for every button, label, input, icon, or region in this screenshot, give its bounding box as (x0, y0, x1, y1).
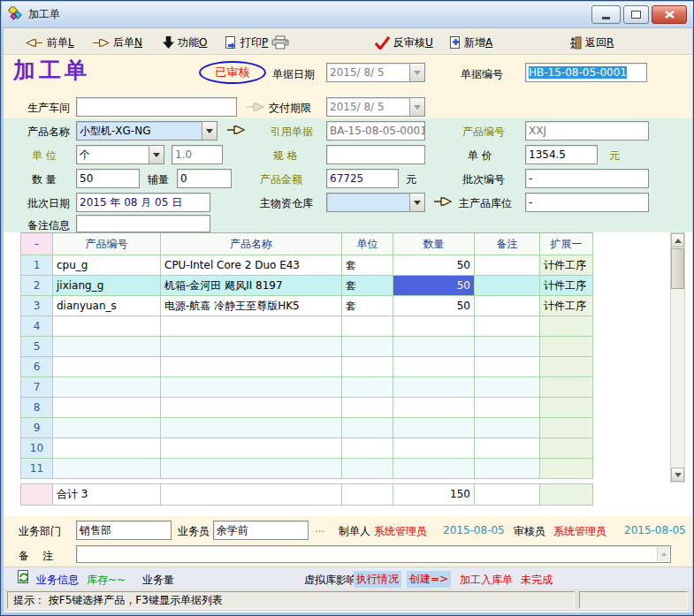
table-cell[interactable]: 电源-航嘉 冷静王至尊版HK5 (161, 296, 342, 316)
table-cell[interactable] (161, 316, 342, 337)
table-cell[interactable] (393, 337, 475, 357)
scroll-up-icon[interactable] (671, 233, 684, 247)
scrollbar-thumb[interactable] (671, 248, 684, 289)
doc-date-dropdown-icon[interactable] (409, 64, 424, 81)
table-cell[interactable] (53, 398, 161, 418)
table-row[interactable]: 3dianyuan_s电源-航嘉 冷静王至尊版HK5套50计件工序 (21, 296, 593, 316)
row-number[interactable]: 1 (21, 255, 53, 276)
aux-qty-input[interactable]: 0 (177, 169, 232, 188)
table-cell[interactable] (53, 337, 161, 357)
table-cell[interactable] (53, 377, 161, 398)
table-cell[interactable] (475, 357, 540, 377)
table-cell[interactable] (475, 276, 540, 296)
scroll-down-icon[interactable] (671, 468, 684, 482)
table-cell[interactable] (161, 398, 342, 418)
print-button[interactable]: 打印P (225, 34, 289, 51)
table-cell[interactable]: CPU-Intel Core 2 Duo E43 (161, 255, 342, 276)
table-cell[interactable] (342, 398, 393, 418)
product-code-input[interactable]: XXJ (525, 121, 649, 141)
table-row[interactable]: 7 (21, 377, 593, 398)
table-cell[interactable] (540, 459, 593, 479)
table-cell[interactable] (475, 459, 540, 479)
prev-doc-button[interactable]: 前单L (26, 34, 74, 51)
row-number[interactable]: 10 (21, 438, 53, 459)
table-row[interactable]: 6 (21, 357, 593, 377)
spec-input[interactable] (326, 145, 425, 164)
table-cell[interactable]: cpu_g (53, 255, 161, 276)
table-cell[interactable]: 计件工序 (540, 296, 593, 316)
table-cell[interactable] (393, 459, 475, 479)
table-cell[interactable] (393, 418, 475, 438)
table-cell[interactable] (161, 438, 342, 459)
create-doc-button[interactable]: 创建=> (407, 571, 451, 588)
titlebar[interactable]: 加工单 (2, 2, 694, 28)
table-cell[interactable] (475, 316, 540, 337)
doc-no-input[interactable]: HB-15-08-05-0001 (525, 63, 647, 82)
table-cell[interactable] (475, 418, 540, 438)
deadline-dropdown-icon[interactable] (409, 98, 424, 116)
table-cell[interactable] (540, 337, 593, 357)
row-number[interactable]: 4 (21, 316, 53, 337)
row-number[interactable]: 6 (21, 357, 53, 377)
unit-select[interactable]: 个 (76, 145, 164, 164)
dept-input[interactable]: 销售部 (76, 521, 172, 540)
row-number[interactable]: 8 (21, 398, 53, 418)
warehouse-picker-hand-icon[interactable] (433, 195, 452, 208)
table-cell[interactable] (540, 316, 593, 337)
table-cell[interactable] (342, 357, 393, 377)
workshop-input[interactable] (76, 97, 237, 117)
price-input[interactable]: 1354.5 (525, 145, 598, 164)
table-cell[interactable]: 50 (393, 255, 475, 276)
row-number[interactable]: 9 (21, 418, 53, 438)
table-cell[interactable] (393, 316, 475, 337)
table-cell[interactable] (342, 438, 393, 459)
function-button[interactable]: 功能O (163, 34, 207, 51)
table-cell[interactable] (475, 398, 540, 418)
deadline-picker[interactable]: 2015/ 8/ 5 (326, 97, 425, 117)
ref-doc-input[interactable]: BA-15-08-05-0001 (326, 121, 425, 141)
table-cell[interactable] (53, 438, 161, 459)
table-cell[interactable] (475, 255, 540, 276)
note-scroll-up-icon[interactable] (657, 547, 669, 561)
table-cell[interactable]: 计件工序 (540, 276, 593, 296)
column-header[interactable]: 产品编号 (53, 233, 161, 255)
amount-input[interactable]: 67725 (326, 169, 399, 188)
column-header[interactable]: - (21, 233, 53, 255)
exec-status-button[interactable]: 执行情况 (354, 571, 401, 588)
table-cell[interactable]: 套 (342, 276, 393, 296)
table-row[interactable]: 11 (21, 459, 593, 479)
table-cell[interactable] (393, 398, 475, 418)
table-row[interactable]: 9 (21, 418, 593, 438)
batch-date-input[interactable]: 2015 年 08 月 05 日 (76, 193, 210, 212)
biz-info-link[interactable]: 业务信息 (36, 573, 79, 588)
warehouse-select[interactable] (326, 193, 425, 212)
column-header[interactable]: 备注 (475, 233, 540, 255)
table-row[interactable]: 1cpu_gCPU-Intel Core 2 Duo E43套50计件工序 (21, 255, 593, 276)
table-cell[interactable] (540, 418, 593, 438)
table-cell[interactable] (161, 459, 342, 479)
table-row[interactable]: 2jixiang_g机箱-金河田 飓风II 8197套50计件工序 (21, 276, 593, 296)
note-input[interactable] (76, 545, 671, 563)
clerk-more-button[interactable]: ... (315, 522, 324, 535)
table-cell[interactable]: jixiang_g (53, 276, 161, 296)
product-name-select[interactable]: 小型机-XG-NG (76, 121, 217, 141)
table-cell[interactable]: 机箱-金河田 飓风II 8197 (161, 276, 342, 296)
restore-button[interactable] (623, 5, 649, 24)
doc-date-picker[interactable]: 2015/ 8/ 5 (326, 63, 425, 82)
product-picker-hand-icon[interactable] (226, 124, 245, 136)
table-cell[interactable] (342, 459, 393, 479)
unit-factor-input[interactable]: 1.0 (172, 145, 223, 164)
back-button[interactable]: 返回R (569, 34, 614, 51)
refresh-doc-icon[interactable] (17, 570, 31, 588)
table-cell[interactable] (161, 418, 342, 438)
table-cell[interactable] (393, 438, 475, 459)
clerk-input[interactable]: 余学前 (213, 521, 309, 540)
table-cell[interactable] (342, 337, 393, 357)
grid-vertical-scrollbar[interactable] (670, 232, 685, 483)
table-cell[interactable] (53, 357, 161, 377)
table-cell[interactable]: 套 (342, 296, 393, 316)
table-cell[interactable]: 50 (393, 276, 475, 296)
row-number[interactable]: 7 (21, 377, 53, 398)
table-row[interactable]: 8 (21, 398, 593, 418)
remark-input[interactable] (76, 215, 210, 232)
